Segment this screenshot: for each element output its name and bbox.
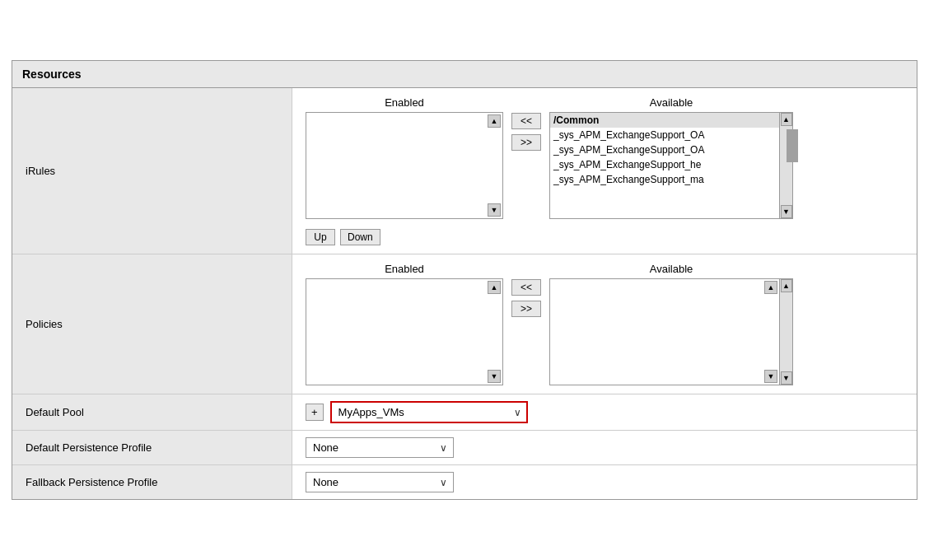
policies-enabled-container: ▲ ▼ — [306, 278, 503, 385]
irules-label: iRules — [12, 88, 292, 254]
irules-enabled-scroll-down[interactable]: ▼ — [488, 203, 501, 217]
default-persistence-select[interactable]: None — [306, 437, 454, 458]
irules-available-item-2[interactable]: _sys_APM_ExchangeSupport_he — [550, 157, 779, 172]
irules-available-section: Available /Common _sys_APM_ExchangeSuppo… — [549, 96, 793, 219]
irules-available-item-3[interactable]: _sys_APM_ExchangeSupport_ma — [550, 172, 779, 187]
irules-available-scroll-down-arrow[interactable]: ▼ — [781, 205, 792, 218]
policies-move-left-button[interactable]: << — [511, 279, 541, 296]
default-pool-row: Default Pool + MyApps_VMs None — [12, 394, 917, 431]
fallback-persistence-content: None — [292, 465, 917, 499]
irules-enabled-section: Enabled ▲ ▼ — [306, 96, 503, 219]
irules-content: Enabled ▲ ▼ << >> Available — [292, 88, 806, 254]
irules-enabled-listbox[interactable]: ▲ ▼ — [306, 112, 503, 219]
irules-available-item-0[interactable]: _sys_APM_ExchangeSupport_OA — [550, 128, 779, 142]
policies-available-scroll-down-arrow[interactable]: ▼ — [781, 371, 792, 385]
policies-row: Policies Enabled ▲ ▼ << >> — [12, 254, 917, 394]
policies-available-listbox[interactable]: ▲ ▼ — [549, 278, 780, 385]
policies-available-scroll-up[interactable]: ▲ — [764, 281, 777, 294]
irules-row: iRules Enabled ▲ ▼ << >> — [12, 88, 917, 254]
policies-enabled-scroll-down[interactable]: ▼ — [488, 370, 501, 383]
irules-available-item-1[interactable]: _sys_APM_ExchangeSupport_OA — [550, 142, 779, 157]
policies-available-scrollbar[interactable]: ▲ ▼ — [780, 278, 793, 385]
policies-enabled-scroll-up[interactable]: ▲ — [488, 281, 501, 294]
fallback-persistence-row: Fallback Persistence Profile None — [12, 465, 917, 499]
irules-updown-buttons: Up Down — [306, 229, 793, 245]
resources-panel: Resources iRules Enabled ▲ ▼ — [12, 60, 917, 500]
irules-lists-area: Enabled ▲ ▼ << >> Available — [306, 96, 793, 219]
fallback-persistence-select[interactable]: None — [306, 472, 454, 492]
irules-available-label: Available — [650, 96, 693, 109]
policies-label: Policies — [12, 254, 292, 394]
fallback-persistence-select-wrapper: None — [306, 472, 454, 492]
panel-header: Resources — [12, 61, 917, 88]
irules-available-scrollbar[interactable]: ▲ ▼ — [780, 112, 793, 219]
policies-enabled-listbox[interactable]: ▲ ▼ — [306, 278, 503, 385]
irules-move-left-button[interactable]: << — [511, 113, 541, 129]
policies-transfer-buttons: << >> — [503, 279, 549, 317]
policies-move-right-button[interactable]: >> — [511, 301, 541, 317]
irules-down-button[interactable]: Down — [340, 229, 380, 245]
policies-content: Enabled ▲ ▼ << >> Available — [292, 254, 806, 394]
policies-available-scroll-up-arrow[interactable]: ▲ — [781, 279, 792, 292]
irules-transfer-buttons: << >> — [503, 113, 549, 151]
default-persistence-label: Default Persistence Profile — [12, 431, 292, 464]
default-pool-content: + MyApps_VMs None — [292, 394, 917, 430]
irules-up-button[interactable]: Up — [306, 229, 335, 245]
default-persistence-row: Default Persistence Profile None — [12, 431, 917, 465]
irules-available-scroll-area: /Common _sys_APM_ExchangeSupport_OA _sys… — [549, 112, 793, 219]
irules-available-scroll-up-arrow[interactable]: ▲ — [781, 113, 792, 126]
panel-title: Resources — [22, 68, 82, 81]
irules-available-listbox[interactable]: /Common _sys_APM_ExchangeSupport_OA _sys… — [549, 112, 780, 219]
default-pool-label: Default Pool — [12, 394, 292, 430]
default-pool-add-button[interactable]: + — [306, 404, 324, 421]
irules-enabled-scroll-up[interactable]: ▲ — [488, 114, 501, 128]
policies-available-section: Available ▲ ▼ ▲ ▼ — [549, 263, 793, 385]
default-pool-select[interactable]: MyApps_VMs None — [330, 401, 528, 423]
default-persistence-select-wrapper: None — [306, 437, 454, 458]
policies-enabled-section: Enabled ▲ ▼ — [306, 263, 503, 385]
policies-lists-area: Enabled ▲ ▼ << >> Available — [306, 263, 793, 385]
fallback-persistence-label: Fallback Persistence Profile — [12, 465, 292, 499]
irules-available-group: /Common — [550, 113, 779, 128]
irules-move-right-button[interactable]: >> — [511, 134, 541, 151]
irules-enabled-label: Enabled — [385, 96, 424, 109]
policies-available-scroll-down[interactable]: ▼ — [764, 370, 777, 383]
policies-available-label: Available — [650, 263, 693, 275]
policies-available-scroll-area: ▲ ▼ ▲ ▼ — [549, 278, 793, 385]
irules-enabled-container: ▲ ▼ — [306, 112, 503, 219]
default-persistence-content: None — [292, 431, 917, 464]
irules-available-scroll-thumb[interactable] — [787, 129, 798, 162]
default-pool-select-wrapper: MyApps_VMs None — [330, 401, 528, 423]
policies-enabled-label: Enabled — [385, 263, 424, 275]
